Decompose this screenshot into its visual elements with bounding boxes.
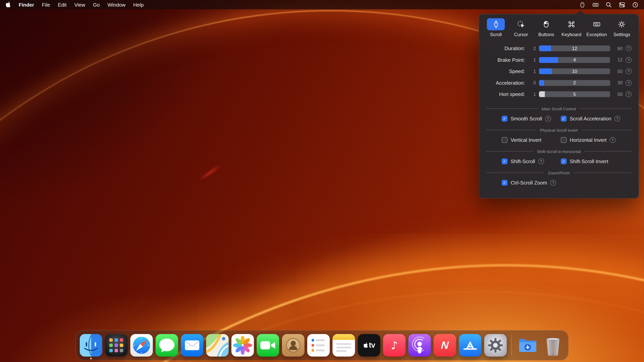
dock-item-messages[interactable] (156, 334, 178, 357)
section-title: Zoom/Pinch (548, 170, 570, 175)
menu-item-help[interactable]: Help (133, 2, 144, 7)
tab-buttons[interactable]: Buttons (535, 18, 558, 37)
help-icon[interactable]: ? (626, 91, 632, 97)
finder-app-icon (80, 334, 102, 357)
dock-item-safari[interactable] (130, 334, 153, 357)
dock-item-news[interactable]: N (434, 334, 456, 357)
slider-current-value: 2 (539, 80, 610, 86)
menu-item-window[interactable]: Window (108, 2, 126, 7)
slider-label: Brake Point: (486, 57, 525, 63)
dock-item-podcasts[interactable] (408, 334, 431, 357)
help-icon[interactable]: ? (626, 80, 632, 86)
checks-row: ✓Shift-Scroll?✓Shift-Scroll Invert (486, 156, 632, 167)
tab-scroll[interactable]: Scroll (484, 18, 507, 37)
section-divider-main-scroll-control: Main Scroll Control (486, 106, 632, 111)
speed-slider[interactable]: 10 (539, 69, 610, 74)
dock-item-downloads[interactable] (516, 334, 539, 357)
checkbox-box[interactable] (561, 137, 566, 143)
checkbox-label: Horizontal Invert (570, 137, 606, 143)
dock-item-finder[interactable] (80, 334, 102, 357)
clock-icon[interactable] (632, 1, 638, 8)
slider-min-value: 1 (528, 92, 536, 97)
popover-arrow (576, 10, 584, 14)
tab-label: Scroll (490, 32, 502, 37)
hori-speed-slider[interactable]: 5 (539, 91, 610, 97)
tab-cursor[interactable]: Cursor (510, 18, 532, 37)
mos-mouse-icon[interactable] (579, 1, 586, 8)
checkbox-label: Shift-Scroll Invert (570, 158, 608, 164)
running-indicator (90, 358, 92, 359)
trash-app-icon (542, 334, 564, 357)
checkbox-box[interactable]: ✓ (502, 158, 508, 164)
checkbox-smooth-scroll[interactable]: ✓Smooth Scroll? (502, 116, 561, 121)
checkbox-vertical-invert[interactable]: Vertical Invert (502, 137, 561, 143)
maps-app-icon (206, 334, 229, 357)
exception-tab-icon (588, 18, 606, 30)
checkbox-shift-scroll-invert[interactable]: ✓Shift-Scroll Invert (561, 158, 608, 164)
dock-item-contacts[interactable] (282, 334, 304, 357)
slider-min-value: 0 (528, 80, 536, 86)
checkbox-sections: Main Scroll Control✓Smooth Scroll?✓Scrol… (479, 101, 638, 188)
divider-line (574, 173, 632, 173)
checkbox-scroll-acceleration[interactable]: ✓Scroll Acceleration? (561, 116, 620, 121)
slider-max-value: 50 (613, 92, 622, 97)
checkbox-label: Vertical Invert (510, 137, 541, 143)
section-title: Main Scroll Control (542, 106, 576, 111)
dock-item-notes[interactable] (332, 334, 355, 357)
acceleration-slider[interactable]: 2 (539, 80, 610, 86)
active-app-menu[interactable]: Finder (19, 2, 34, 7)
checkbox-box[interactable]: ✓ (502, 180, 508, 185)
tab-exception[interactable]: Exception (585, 18, 608, 37)
divider-line (580, 108, 632, 109)
menu-item-go[interactable]: Go (93, 2, 100, 7)
mos-preferences-popover: ScrollCursorButtonsKeyboardExceptionSett… (479, 14, 639, 198)
desktop: Finder FileEditViewGoWindowHelp ScrollCu… (0, 0, 644, 362)
tab-label: Buttons (538, 32, 554, 37)
menu-item-view[interactable]: View (74, 2, 85, 7)
tab-settings[interactable]: Settings (610, 18, 633, 37)
brake-point-slider[interactable]: 4 (539, 57, 610, 63)
help-icon[interactable]: ? (550, 180, 556, 185)
help-icon[interactable]: ? (626, 46, 632, 51)
messages-app-icon (156, 334, 178, 357)
help-icon[interactable]: ? (626, 57, 632, 63)
help-icon[interactable]: ? (545, 116, 551, 121)
dock-item-maps[interactable] (206, 334, 229, 357)
help-icon[interactable]: ? (538, 158, 544, 164)
help-icon[interactable]: ? (610, 137, 616, 143)
checkbox-box[interactable]: ✓ (561, 158, 566, 164)
dock-item-appstore[interactable] (459, 334, 482, 357)
dock-item-trash[interactable] (542, 334, 564, 357)
slider-current-value: 4 (539, 57, 610, 63)
control-center-icon[interactable] (619, 1, 625, 8)
tab-keyboard[interactable]: Keyboard (560, 18, 583, 37)
section-divider-physical-scroll-invert: Physical Scroll Invert (486, 128, 632, 132)
menu-item-edit[interactable]: Edit (58, 2, 66, 7)
checkbox-box[interactable]: ✓ (502, 116, 508, 121)
dock-item-facetime[interactable] (257, 334, 279, 357)
checkbox-ctrl-scroll-zoom[interactable]: ✓Ctrl-Scroll Zoom? (502, 180, 561, 185)
reminders-app-icon (307, 334, 330, 357)
slider-max-value: 12 (613, 57, 622, 63)
photos-app-icon (232, 334, 254, 357)
menu-item-file[interactable]: File (42, 2, 50, 7)
keyboard-viewer-icon[interactable] (592, 1, 599, 8)
help-icon[interactable]: ? (614, 116, 620, 121)
duration-slider[interactable]: 12 (539, 46, 610, 51)
dock-item-tv[interactable]: tv (358, 334, 380, 357)
dock-item-mail[interactable] (181, 334, 204, 357)
dock-item-settings[interactable] (484, 334, 507, 357)
dock-item-launchpad[interactable] (105, 334, 128, 357)
checkbox-horizontal-invert[interactable]: Horizontal Invert? (561, 137, 616, 143)
spotlight-search-icon[interactable] (606, 1, 612, 8)
slider-row-brake-point: Brake Point:1412? (486, 54, 632, 66)
checkbox-shift-scroll[interactable]: ✓Shift-Scroll? (502, 158, 561, 164)
dock-item-music[interactable]: ♪ (383, 334, 406, 357)
slider-current-value: 12 (539, 46, 610, 51)
help-icon[interactable]: ? (626, 69, 632, 74)
dock-item-reminders[interactable] (307, 334, 330, 357)
apple-logo-icon[interactable] (6, 1, 11, 8)
checkbox-box[interactable] (502, 137, 508, 143)
checkbox-box[interactable]: ✓ (561, 116, 566, 121)
dock-item-photos[interactable] (232, 334, 254, 357)
